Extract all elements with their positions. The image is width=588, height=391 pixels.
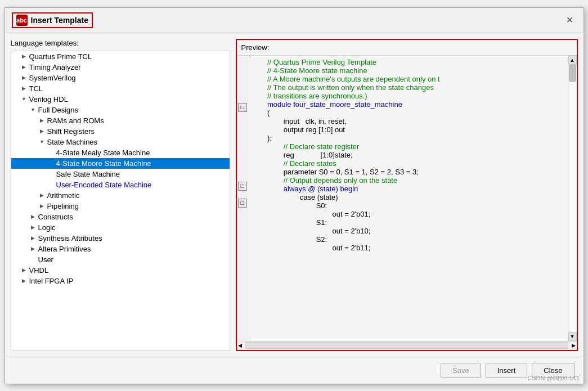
horizontal-scrollbar-area[interactable]: ◀ ▶ [237,341,577,350]
scroll-up-btn[interactable]: ▲ [568,56,577,65]
tree-label: User [38,255,53,264]
tree-label: Synthesis Attributes [38,234,102,242]
tree-item-constructs[interactable]: Constructs [11,212,230,222]
tree-label: Full Designs [38,106,79,114]
tree-item-mealy[interactable]: 4-State Mealy State Machine [11,147,230,158]
tree-label: Timing Analyzer [29,63,81,71]
code-line: module four_state_moore_state_machine [255,100,563,109]
arrow-icon [20,74,28,82]
code-content[interactable]: // Quartus Prime Verilog Template // 4-S… [250,56,568,341]
arrow-icon [20,277,28,285]
tree-label: TCL [29,84,43,93]
scroll-track [568,65,577,332]
tree-item-tcl[interactable]: TCL [11,83,230,94]
collapse-btn3[interactable]: □ [238,199,247,208]
arrow-icon [20,95,28,103]
code-line: input clk, in, reset, [255,117,563,125]
tree-label: 4-State Moore State Machine [56,159,151,168]
tree-item-verilog-hdl[interactable]: Verilog HDL [11,94,230,105]
code-gutter: □ □ □ [237,56,250,341]
scroll-right-btn[interactable]: ▶ [571,343,577,348]
arrow-icon [29,213,37,221]
language-templates-label: Language templates: [11,39,230,47]
arrow-icon [38,191,46,199]
close-x-button[interactable]: ✕ [563,14,577,26]
scroll-down-btn[interactable]: ▼ [568,332,577,341]
arrow-icon [38,202,46,210]
collapse-btn2[interactable]: □ [238,182,247,191]
code-line: ( [255,109,563,117]
code-line: parameter S0 = 0, S1 = 1, S2 = 2, S3 = 3… [255,168,563,176]
watermark: CSDN @GBXLUO [527,375,578,381]
save-button[interactable]: Save [441,363,481,378]
tree-item-synthesis-attrs[interactable]: Synthesis Attributes [11,233,230,244]
bottom-bar: Save Insert Close [5,357,583,384]
tree-label: Quartus Prime TCL [29,52,92,61]
code-line: ); [255,134,563,142]
code-line: // A Moore machine's outputs are depende… [255,75,563,83]
tree-item-full-designs[interactable]: Full Designs [11,105,230,115]
tree-item-safe[interactable]: Safe State Machine [11,169,230,179]
insert-template-dialog: abc Insert Template ✕ Language templates… [5,7,584,384]
collapse-btn[interactable]: □ [238,103,247,112]
right-panel: Preview: □ □ □ // Quartus Prime Verilog … [236,39,578,351]
tree-label: State Machines [47,138,98,146]
tree-item-logic[interactable]: Logic [11,222,230,233]
tree-item-shift-registers[interactable]: Shift Registers [11,126,230,137]
tree-item-quartus-tcl[interactable]: Quartus Prime TCL [11,51,230,62]
arrow-icon [47,170,55,178]
arrow-icon [38,116,46,124]
code-line: // Declare state register [255,142,563,151]
tree-label: Arithmetic [47,191,80,200]
tree-label: Safe State Machine [56,170,120,178]
h-scroll-thumb[interactable] [245,342,568,349]
arrow-icon [20,84,28,92]
code-line: out = 2'b11; [255,244,563,252]
title-section: abc Insert Template [12,12,93,28]
tree-label: RAMs and ROMs [47,116,104,125]
code-line: out = 2'b01; [255,210,563,218]
tree-label: SystemVerilog [29,74,76,82]
code-line: // Quartus Prime Verilog Template [255,58,563,66]
tree-label: Constructs [38,213,73,221]
scroll-thumb[interactable] [569,65,576,82]
arrow-icon [47,149,55,156]
tree-item-rams-roms[interactable]: RAMs and ROMs [11,115,230,126]
tree-label: VHDL [29,266,49,275]
arrow-icon [20,52,28,60]
vertical-scrollbar[interactable]: ▲ ▼ [568,56,577,341]
title-bar: abc Insert Template ✕ [5,8,583,33]
code-line: // transitions are synchronous.) [255,92,563,100]
code-line: reg [1:0]state; [255,151,563,159]
tree-item-user-encoded[interactable]: User-Encoded State Machine [11,179,230,190]
code-line: // Declare states [255,159,563,168]
arrow-icon [38,127,46,135]
arrow-icon [29,223,37,231]
tree-label: Intel FPGA IP [29,277,74,285]
left-panel: Language templates: Quartus Prime TCL Ti… [11,39,230,351]
code-line: out = 2'b10; [255,227,563,235]
tree-label: Verilog HDL [29,95,68,104]
tree-item-vhdl[interactable]: VHDL [11,265,230,276]
tree-item-timing-analyzer[interactable]: Timing Analyzer [11,62,230,73]
tree-label: Pipelining [47,202,79,210]
tree-item-arithmetic[interactable]: Arithmetic [11,190,230,201]
tree-item-systemverilog[interactable]: SystemVerilog [11,73,230,83]
main-content: Language templates: Quartus Prime TCL Ti… [5,33,583,357]
tree-item-state-machines[interactable]: State Machines [11,137,230,147]
code-line: always @ (state) begin [255,185,563,193]
tree-item-moore[interactable]: 4-State Moore State Machine [11,158,230,169]
tree-item-user[interactable]: User [11,254,230,265]
arrow-icon [29,245,37,253]
tree-item-pipelining[interactable]: Pipelining [11,201,230,212]
tree-item-altera-primitives[interactable]: Altera Primitives [11,244,230,254]
arrow-icon [29,234,37,242]
dialog-title: Insert Template [31,16,88,25]
tree-container[interactable]: Quartus Prime TCL Timing Analyzer System… [11,51,230,351]
scroll-left-btn[interactable]: ◀ [237,343,243,348]
tree-item-intel-fpga-ip[interactable]: Intel FPGA IP [11,276,230,286]
insert-button[interactable]: Insert [486,363,528,378]
code-line: S1: [255,218,563,227]
code-line: // The output is written only when the s… [255,83,563,92]
arrow-icon [20,266,28,274]
